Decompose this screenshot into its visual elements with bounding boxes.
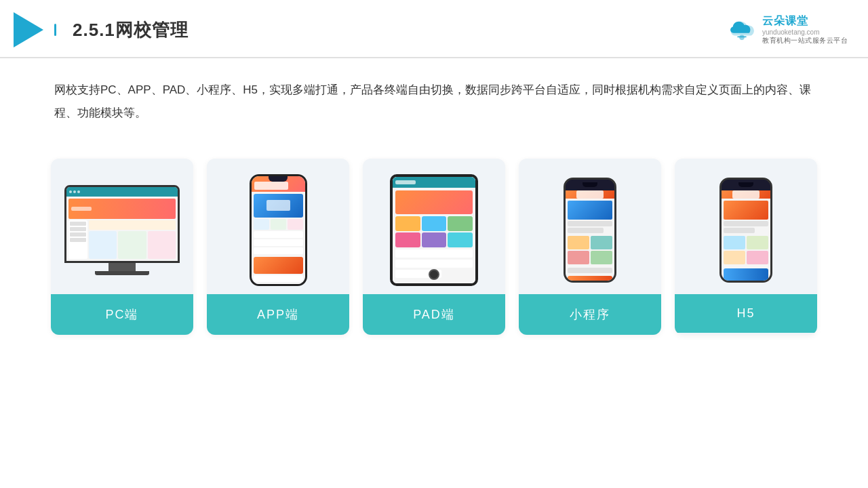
- card-app-image: [207, 159, 349, 294]
- card-miniapp-image: [519, 159, 661, 294]
- card-pc-image: [51, 159, 193, 294]
- card-h5-image: [675, 159, 817, 294]
- svg-point-0: [739, 35, 745, 41]
- card-app: APP端: [207, 159, 349, 335]
- logo-domain-text: yunduoketang.com: [762, 28, 820, 36]
- logo-subtitle: 教育机构一站式服务云平台: [762, 36, 848, 45]
- header-left: 2.5.1网校管理: [14, 12, 189, 47]
- pc-device-mockup: [64, 185, 180, 275]
- description-text: 网校支持PC、APP、PAD、小程序、H5，实现多端打通，产品各终端自由切换，数…: [0, 58, 868, 138]
- card-h5-label: H5: [675, 294, 817, 333]
- logo-main-text: 云朵课堂: [762, 14, 808, 28]
- h5-device-mockup: [719, 178, 772, 283]
- phone-device-mockup: [250, 174, 307, 286]
- card-pc: PC端: [51, 159, 193, 335]
- cloud-icon: [726, 19, 758, 41]
- cloud-logo: 云朵课堂 yunduoketang.com 教育机构一站式服务云平台: [726, 14, 848, 45]
- tablet-device-mockup: [390, 174, 478, 286]
- card-pad-image: [363, 159, 505, 294]
- card-pc-label: PC端: [51, 294, 193, 335]
- page-title: 2.5.1网校管理: [73, 18, 189, 42]
- logo-text-block: 云朵课堂 yunduoketang.com 教育机构一站式服务云平台: [762, 14, 848, 45]
- card-h5: H5: [675, 159, 817, 335]
- brand-triangle-icon: [14, 12, 43, 47]
- card-miniapp: 小程序: [519, 159, 661, 335]
- platform-cards: PC端: [0, 145, 868, 355]
- card-pad-label: PAD端: [363, 294, 505, 335]
- miniapp-device-mockup: [564, 178, 616, 283]
- page-header: 2.5.1网校管理 云朵课堂 yunduoketang.com 教育机构一站式服…: [0, 0, 868, 58]
- title-divider: [54, 24, 56, 36]
- card-miniapp-label: 小程序: [519, 294, 661, 335]
- card-pad: PAD端: [363, 159, 505, 335]
- card-app-label: APP端: [207, 294, 349, 335]
